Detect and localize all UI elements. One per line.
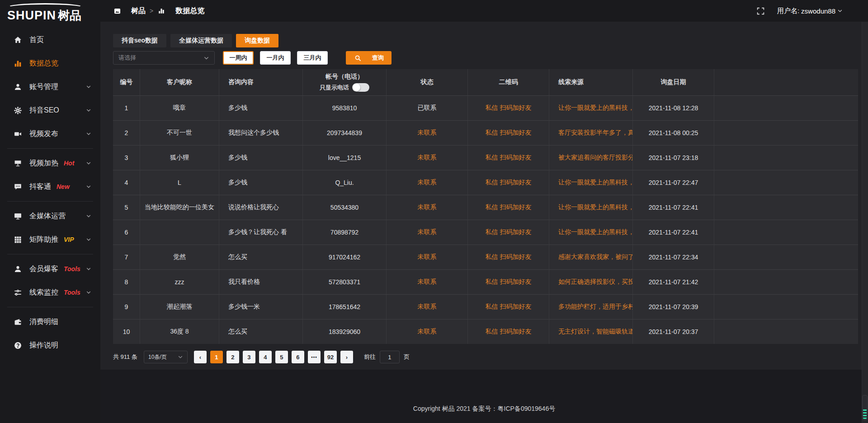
lead-source-link[interactable]: 被大家追着问的客厅投影分享... — [549, 146, 633, 170]
page-size-select[interactable]: 10条/页 — [144, 351, 188, 363]
tab-2[interactable]: 询盘数据 — [236, 34, 278, 47]
breadcrumb-root[interactable]: 树品 — [113, 6, 146, 16]
sidebar-item-user[interactable]: 账号管理 — [0, 75, 100, 99]
filter-select[interactable]: 请选择 — [113, 51, 215, 65]
sidebar-item-video[interactable]: 视频发布 — [0, 122, 100, 146]
range-button-0[interactable]: 一周内 — [223, 51, 254, 65]
inquiry-date: 2021-11-07 20:37 — [633, 320, 714, 344]
account-phone: 572803371 — [303, 270, 387, 294]
page-button-5[interactable]: 5 — [275, 351, 288, 363]
inquiry-content: 多少钱 — [219, 146, 303, 170]
filler-cell — [714, 220, 858, 244]
page-button-92[interactable]: 92 — [324, 351, 337, 363]
inquiry-table: 编号客户昵称咨询内容帐号（电话）只显示电话状态二维码线索来源询盘日期 1哦章多少… — [113, 69, 858, 344]
fullscreen-icon[interactable] — [757, 7, 764, 15]
sidebar-item-home[interactable]: 首页 — [0, 28, 100, 52]
qrcode-link[interactable]: 私信 扫码加好友 — [468, 320, 549, 344]
corner-widget[interactable] — [862, 395, 868, 420]
lead-source-link[interactable]: 感谢大家喜欢我家，被问了好... — [549, 245, 633, 269]
filler-cell — [714, 270, 858, 294]
qrcode-link[interactable]: 私信 扫码加好友 — [468, 96, 549, 120]
sidebar-item-member[interactable]: 会员爆客Tools — [0, 257, 100, 281]
data-tabs: 抖音seo数据全媒体运营数据询盘数据 — [113, 34, 858, 47]
sidebar-item-sliders[interactable]: 线索监控Tools — [0, 281, 100, 304]
page-button-3[interactable]: 3 — [243, 351, 255, 363]
bar-chart-icon — [14, 59, 22, 67]
range-button-1[interactable]: 一月内 — [260, 51, 291, 65]
prev-page-button[interactable]: ‹ — [194, 351, 207, 363]
lead-source-link[interactable]: 让你一眼就爱上的黑科技，能... — [549, 96, 633, 120]
account-phone: 917024162 — [303, 245, 387, 269]
page-ellipsis[interactable]: ••• — [308, 351, 321, 363]
table-row: 7觉然怎么买917024162未联系私信 扫码加好友感谢大家喜欢我家，被问了好.… — [113, 244, 858, 269]
lead-source-link[interactable]: 让你一眼就爱上的黑科技，能... — [549, 195, 633, 220]
tab-1[interactable]: 全媒体运营数据 — [170, 34, 232, 47]
sidebar-item-label: 首页 — [29, 35, 44, 45]
table-row: 9潮起潮落多少钱一米178651642未联系私信 扫码加好友多功能护栏灯，适用于… — [113, 294, 858, 319]
table-row: 6多少钱？让我死心 看70898792未联系私信 扫码加好友让你一眼就爱上的黑科… — [113, 220, 858, 244]
sidebar-item-wallet[interactable]: 消费明细 — [0, 310, 100, 334]
table-row: 8zzz我只看价格572803371未联系私信 扫码加好友如何正确选择投影仪，买… — [113, 269, 858, 294]
qrcode-link[interactable]: 私信 扫码加好友 — [468, 270, 549, 294]
account-phone: Q_Liu. — [303, 170, 387, 195]
page-button-6[interactable]: 6 — [292, 351, 304, 363]
inquiry-content: 多少钱一米 — [219, 295, 303, 319]
row-id: 5 — [113, 195, 140, 220]
chevron-down-icon — [86, 131, 91, 136]
sidebar-item-label: 消费明细 — [29, 317, 58, 327]
sidebar-item-bar-chart[interactable]: 数据总览 — [0, 52, 100, 75]
inquiry-date: 2021-11-07 23:18 — [633, 146, 714, 170]
qrcode-link[interactable]: 私信 扫码加好友 — [468, 220, 549, 244]
filler-cell — [714, 320, 858, 344]
lead-source-link[interactable]: 多功能护栏灯，适用于乡村文... — [549, 295, 633, 319]
range-buttons: 一周内一月内三月内 — [223, 51, 328, 65]
sidebar-item-screen[interactable]: 视频加热Hot — [0, 151, 100, 175]
qrcode-link[interactable]: 私信 扫码加好友 — [468, 195, 549, 220]
home-icon — [14, 36, 22, 44]
inquiry-content: 多少钱 — [219, 96, 303, 120]
chat-icon — [14, 183, 22, 191]
sidebar-item-label: 账号管理 — [29, 82, 58, 92]
topbar: 树品 > 数据总览 用户名: zswodun88 — [100, 0, 868, 22]
lead-source-link[interactable]: 客厅安装投影半年多了，真实... — [549, 121, 633, 145]
lead-source-link[interactable]: 无主灯设计，智能磁吸轨道灯... — [549, 320, 633, 344]
filler-cell — [714, 295, 858, 319]
qrcode-link[interactable]: 私信 扫码加好友 — [468, 121, 549, 145]
table-row: 1哦章多少钱9583810已联系私信 扫码加好友让你一眼就爱上的黑科技，能...… — [113, 95, 858, 120]
qrcode-link[interactable]: 私信 扫码加好友 — [468, 245, 549, 269]
sidebar-item-badge: Hot — [64, 160, 74, 167]
sidebar-item-grid[interactable]: 矩阵助推VIP — [0, 228, 100, 251]
inquiry-date: 2021-11-07 22:34 — [633, 245, 714, 269]
qrcode-link[interactable]: 私信 扫码加好友 — [468, 170, 549, 195]
filler-cell — [714, 195, 858, 220]
scrollbar-track — [862, 22, 868, 423]
status-badge: 未联系 — [387, 220, 468, 244]
page-button-1[interactable]: 1 — [210, 351, 223, 363]
sidebar-item-chat[interactable]: 抖客通New — [0, 175, 100, 198]
user-menu[interactable]: 用户名: zswodun88 — [777, 7, 843, 15]
row-id: 2 — [113, 121, 140, 145]
goto-page-input[interactable] — [380, 351, 400, 363]
search-button[interactable]: 查询 — [346, 51, 392, 65]
sidebar-item-monitor[interactable]: 全媒体运营 — [0, 204, 100, 228]
lead-source-link[interactable]: 如何正确选择投影仪，买投影... — [549, 270, 633, 294]
sidebar-item-label: 操作说明 — [29, 341, 58, 350]
monitor-icon — [14, 212, 22, 220]
page-button-4[interactable]: 4 — [259, 351, 272, 363]
range-button-2[interactable]: 三月内 — [297, 51, 328, 65]
qrcode-link[interactable]: 私信 扫码加好友 — [468, 146, 549, 170]
sidebar-item-question[interactable]: 操作说明 — [0, 334, 100, 357]
next-page-button[interactable]: › — [340, 351, 353, 363]
sidebar-item-label: 视频加热 — [29, 159, 58, 168]
table-row: 4L多少钱Q_Liu.未联系私信 扫码加好友让你一眼就爱上的黑科技，能...20… — [113, 170, 858, 195]
tab-0[interactable]: 抖音seo数据 — [113, 34, 166, 47]
user-icon — [14, 83, 22, 91]
lead-source-link[interactable]: 让你一眼就爱上的黑科技，能... — [549, 220, 633, 244]
sidebar-item-gear[interactable]: 抖音SEO — [0, 99, 100, 122]
qrcode-link[interactable]: 私信 扫码加好友 — [468, 295, 549, 319]
lead-source-link[interactable]: 让你一眼就爱上的黑科技，能... — [549, 170, 633, 195]
filler-cell — [714, 170, 858, 195]
phone-only-toggle[interactable] — [352, 83, 369, 92]
customer-nickname: 觉然 — [140, 245, 219, 269]
page-button-2[interactable]: 2 — [226, 351, 239, 363]
